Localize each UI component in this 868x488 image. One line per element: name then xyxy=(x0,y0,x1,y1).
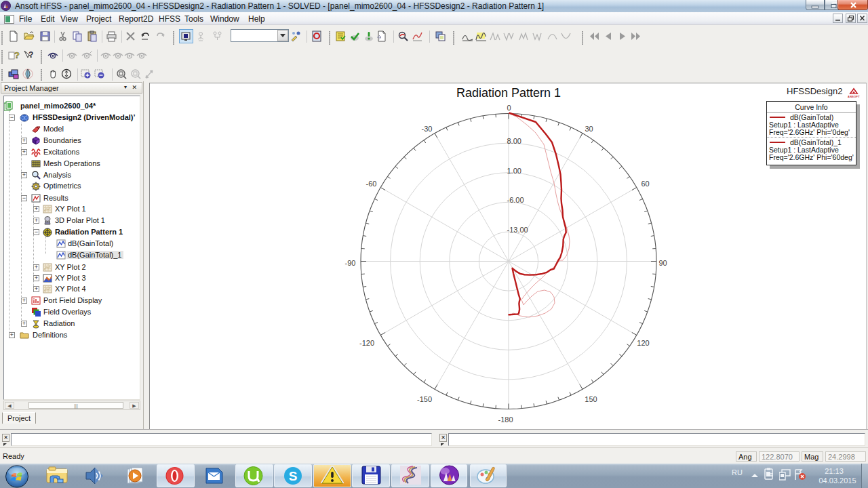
svg-text:30: 30 xyxy=(585,125,593,133)
svg-text:1.00: 1.00 xyxy=(507,167,521,175)
svg-text:8.00: 8.00 xyxy=(507,137,521,145)
svg-text:-90: -90 xyxy=(345,259,356,267)
svg-text:S: S xyxy=(289,469,298,483)
svg-text:60: 60 xyxy=(641,180,649,188)
svg-text:-120: -120 xyxy=(359,339,374,347)
svg-text:150: 150 xyxy=(585,395,597,403)
svg-text:-60: -60 xyxy=(366,180,377,188)
svg-text:?: ? xyxy=(28,50,33,60)
svg-text:?: ? xyxy=(14,50,20,60)
svg-text:120: 120 xyxy=(637,339,649,347)
svg-text:-13.00: -13.00 xyxy=(507,226,528,234)
svg-text:90: 90 xyxy=(658,259,667,267)
svg-text:0: 0 xyxy=(507,104,511,112)
svg-text:-6.00: -6.00 xyxy=(507,196,524,204)
svg-text:-150: -150 xyxy=(417,395,432,403)
svg-text:-180: -180 xyxy=(498,415,513,424)
svg-text:-30: -30 xyxy=(422,125,433,133)
